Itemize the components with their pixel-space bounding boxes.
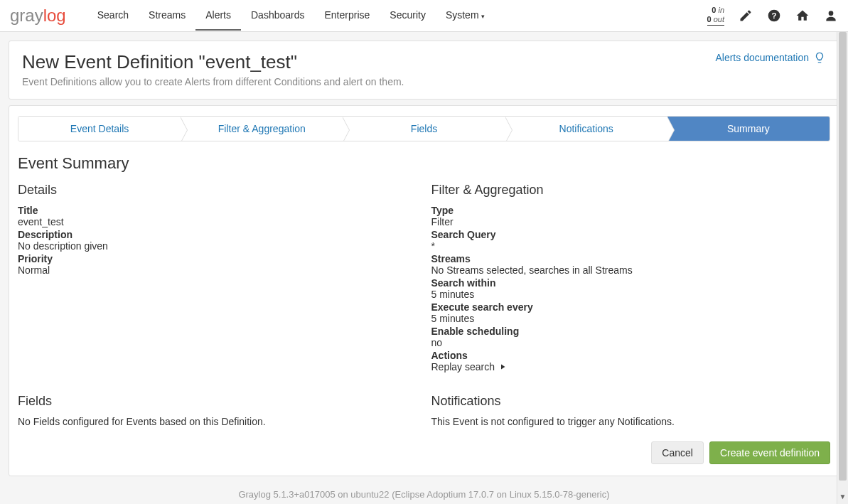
notifications-column: Notifications This Event is not configur… xyxy=(431,394,831,429)
step-notifications[interactable]: Notifications xyxy=(505,117,667,141)
search-query-value: * xyxy=(431,240,831,252)
nav-dashboards[interactable]: Dashboards xyxy=(241,1,315,31)
event-summary-heading: Event Summary xyxy=(18,154,830,173)
nav-alerts[interactable]: Alerts xyxy=(195,1,241,31)
fields-heading: Fields xyxy=(18,394,417,409)
fields-column: Fields No Fields configured for Events b… xyxy=(18,394,417,429)
page-title: New Event Definition "event_test" xyxy=(22,51,404,73)
title-card: New Event Definition "event_test" Event … xyxy=(9,41,839,100)
search-within-label: Search within xyxy=(431,277,831,289)
streams-label: Streams xyxy=(431,253,831,264)
cancel-button[interactable]: Cancel xyxy=(651,441,704,464)
nav-search[interactable]: Search xyxy=(87,1,139,31)
step-filter-aggregation[interactable]: Filter & Aggregation xyxy=(181,117,343,141)
execute-every-label: Execute search every xyxy=(431,301,831,313)
user-icon[interactable] xyxy=(824,9,838,23)
details-column: Details Title event_test Description No … xyxy=(18,183,417,374)
title-label: Title xyxy=(18,205,417,216)
execute-every-value: 5 minutes xyxy=(431,313,831,324)
help-icon[interactable]: ? xyxy=(767,9,781,23)
type-value: Filter xyxy=(431,216,831,227)
details-heading: Details xyxy=(18,183,417,198)
description-value: No description given xyxy=(18,240,417,252)
notifications-text: This Event is not configured to trigger … xyxy=(431,416,831,427)
scratchpad-icon[interactable] xyxy=(739,9,753,23)
throughput-indicator: 0 in 0 out xyxy=(707,6,724,26)
scroll-down-icon[interactable]: ▼ xyxy=(837,493,848,504)
lightbulb-icon xyxy=(813,51,826,64)
alerts-documentation-link[interactable]: Alerts documentation xyxy=(715,51,826,64)
svg-point-2 xyxy=(829,11,834,16)
home-icon[interactable] xyxy=(795,9,810,23)
nav-security[interactable]: Security xyxy=(380,1,436,31)
nav-links: Search Streams Alerts Dashboards Enterpr… xyxy=(87,1,495,31)
wizard-steps: Event Details Filter & Aggregation Field… xyxy=(18,116,830,141)
scrollbar-thumb[interactable] xyxy=(839,32,847,481)
top-icons: ? xyxy=(739,9,838,23)
actions-label: Actions xyxy=(431,350,831,361)
search-query-label: Search Query xyxy=(431,229,831,240)
top-nav: graylog Search Streams Alerts Dashboards… xyxy=(0,0,848,32)
notifications-heading: Notifications xyxy=(431,394,831,409)
step-event-details[interactable]: Event Details xyxy=(18,117,181,141)
form-actions: Cancel Create event definition xyxy=(18,441,830,464)
logo[interactable]: graylog xyxy=(10,6,66,26)
wizard-card: Event Details Filter & Aggregation Field… xyxy=(9,105,839,476)
play-icon xyxy=(498,363,507,371)
footer-version: Graylog 5.1.3+a017005 on ubuntu22 (Eclip… xyxy=(9,476,839,504)
type-label: Type xyxy=(431,205,831,216)
description-label: Description xyxy=(18,229,417,240)
replay-search-link[interactable]: Replay search xyxy=(431,361,508,372)
nav-system[interactable]: System ▾ xyxy=(436,1,495,31)
title-value: event_test xyxy=(18,216,417,227)
create-event-definition-button[interactable]: Create event definition xyxy=(709,441,830,464)
nav-streams[interactable]: Streams xyxy=(139,1,195,31)
search-within-value: 5 minutes xyxy=(431,289,831,300)
priority-value: Normal xyxy=(18,264,417,276)
filter-heading: Filter & Aggregation xyxy=(431,183,831,198)
step-fields[interactable]: Fields xyxy=(343,117,505,141)
streams-value: No Streams selected, searches in all Str… xyxy=(431,264,831,276)
vertical-scrollbar[interactable]: ▲ ▼ xyxy=(837,32,848,504)
logo-gray: gray xyxy=(10,6,43,25)
enable-scheduling-value: no xyxy=(431,337,831,348)
fields-text: No Fields configured for Events based on… xyxy=(18,416,417,427)
svg-text:?: ? xyxy=(771,11,776,20)
filter-column: Filter & Aggregation Type Filter Search … xyxy=(431,183,831,374)
page-subtitle: Event Definitions allow you to create Al… xyxy=(22,76,404,87)
step-summary[interactable]: Summary xyxy=(667,117,830,141)
enable-scheduling-label: Enable scheduling xyxy=(431,326,831,337)
chevron-down-icon: ▾ xyxy=(481,13,485,20)
nav-enterprise[interactable]: Enterprise xyxy=(315,1,380,31)
priority-label: Priority xyxy=(18,253,417,264)
logo-log: log xyxy=(43,6,66,25)
